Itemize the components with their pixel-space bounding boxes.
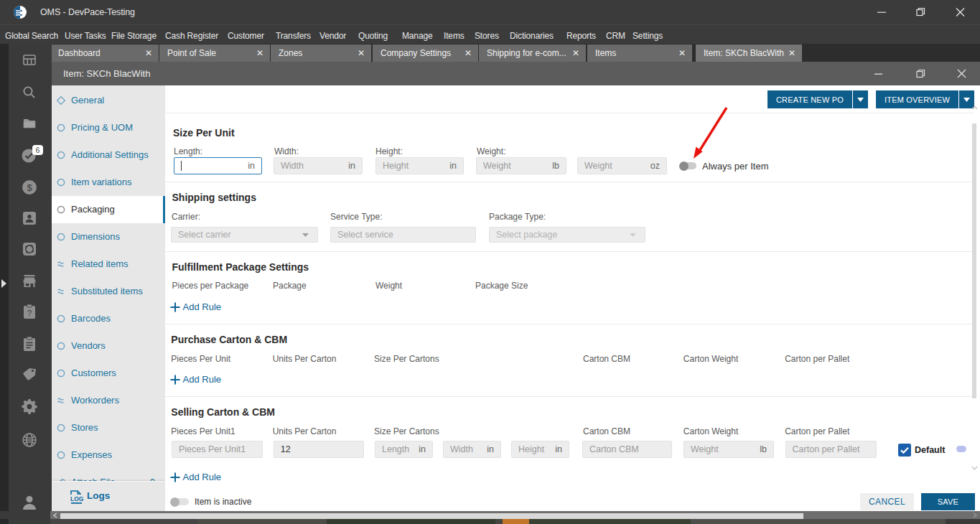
svg-text:$: $ [27, 182, 32, 193]
svg-text:LOG: LOG [70, 495, 84, 502]
svg-text:6: 6 [36, 146, 40, 154]
svg-text:?: ? [27, 309, 32, 317]
